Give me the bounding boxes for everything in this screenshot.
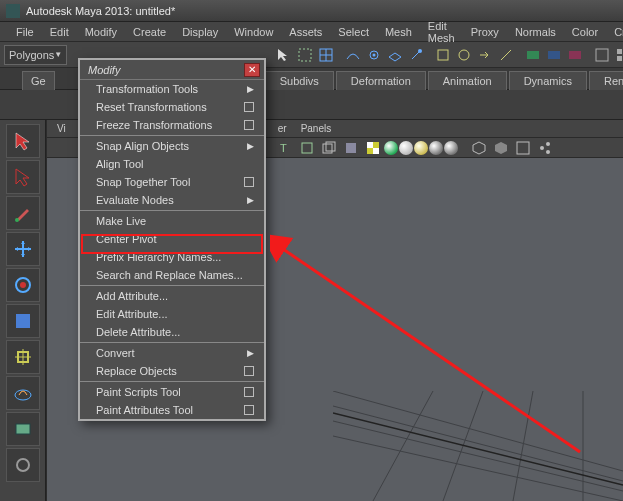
menu-edit[interactable]: Edit [42,24,77,40]
vp-btn[interactable] [512,137,533,158]
menu-mesh[interactable]: Mesh [377,24,420,40]
vp-btn[interactable] [468,137,489,158]
arrow-icon [12,130,34,152]
option-box-icon[interactable] [244,366,254,376]
vp-btn[interactable] [490,137,511,158]
tool-btn[interactable] [432,44,453,65]
material-sphere-icon[interactable] [429,141,443,155]
menu-item[interactable]: Convert▶ [80,344,264,362]
menu-normals[interactable]: Normals [507,24,564,40]
vp-btn[interactable]: T [274,137,295,158]
menu-item[interactable]: Delete Attribute... [80,323,264,341]
menu-item-label: Reset Transformations [96,101,207,113]
box-icon [299,140,315,156]
soft-mod-tool[interactable] [6,376,40,410]
menu-item[interactable]: Edit Attribute... [80,305,264,323]
menu-item[interactable]: Add Attribute... [80,287,264,305]
tool-btn[interactable] [495,44,516,65]
vp-menu-panels[interactable]: Panels [295,122,338,135]
menu-edit-mesh[interactable]: Edit Mesh [420,18,463,46]
shelf-tab-rendering[interactable]: Render [589,71,623,90]
vp-btn[interactable] [340,137,361,158]
menu-item[interactable]: Freeze Transformations [80,116,264,134]
lasso-tool[interactable] [6,160,40,194]
tool-btn[interactable] [405,44,426,65]
tool-btn[interactable] [591,44,612,65]
tool-btn[interactable] [474,44,495,65]
svg-rect-9 [527,51,539,59]
tool-btn[interactable] [612,44,623,65]
option-box-icon[interactable] [244,405,254,415]
mode-dropdown[interactable]: Polygons ▼ [4,45,67,65]
menu-item[interactable]: Align Tool [80,155,264,173]
vp-menu[interactable]: er [272,122,293,135]
menu-item[interactable]: Center Pivot [80,230,264,248]
menu-item[interactable]: Snap Together Tool [80,173,264,191]
shelf-tab-animation[interactable]: Animation [428,71,507,90]
scale-tool[interactable] [6,304,40,338]
tool-btn[interactable] [453,44,474,65]
tool-btn[interactable] [342,44,363,65]
material-sphere-icon[interactable] [444,141,458,155]
tool-btn[interactable] [564,44,585,65]
show-manip-tool[interactable] [6,412,40,446]
option-box-icon[interactable] [244,102,254,112]
move-tool[interactable] [6,232,40,266]
menu-item[interactable]: Paint Attributes Tool [80,401,264,419]
vp-btn[interactable] [534,137,555,158]
menu-item[interactable]: Paint Scripts Tool [80,383,264,401]
tool-btn[interactable] [363,44,384,65]
wire-cube-icon [321,140,337,156]
tool-btn[interactable] [543,44,564,65]
vp-btn[interactable] [362,137,383,158]
menu-assets[interactable]: Assets [281,24,330,40]
material-sphere-icon[interactable] [399,141,413,155]
last-tool[interactable] [6,448,40,482]
menu-select[interactable]: Select [330,24,377,40]
paint-select-tool[interactable] [6,196,40,230]
menu-item[interactable]: Evaluate Nodes▶ [80,191,264,209]
shelf-tab[interactable]: Ge [22,71,55,90]
scale-icon [12,310,34,332]
menu-item-label: Delete Attribute... [96,326,180,338]
menu-color[interactable]: Color [564,24,606,40]
tool-btn[interactable] [315,44,336,65]
tool-btn[interactable] [273,44,294,65]
menu-item[interactable]: Reset Transformations [80,98,264,116]
submenu-arrow-icon: ▶ [247,141,254,151]
material-sphere-icon[interactable] [384,141,398,155]
menu-modify[interactable]: Modify [77,24,125,40]
menu-proxy[interactable]: Proxy [463,24,507,40]
option-box-icon[interactable] [244,387,254,397]
rotate-tool[interactable] [6,268,40,302]
menu-item[interactable]: Replace Objects [80,362,264,380]
menu-truncated[interactable]: Crea [606,24,623,40]
tool-btn[interactable] [522,44,543,65]
vp-btn[interactable] [318,137,339,158]
shelf-tab-subdivs[interactable]: Subdivs [265,71,334,90]
close-icon[interactable]: ✕ [244,63,260,77]
manip-tool[interactable] [6,340,40,374]
tool-btn[interactable] [384,44,405,65]
material-sphere-icon[interactable] [414,141,428,155]
vp-menu[interactable]: Vi [51,122,72,135]
menu-item[interactable]: Snap Align Objects▶ [80,137,264,155]
menu-create[interactable]: Create [125,24,174,40]
menu-item[interactable]: Make Live [80,212,264,230]
menu-file[interactable]: File [8,24,42,40]
select-tool[interactable] [6,124,40,158]
vp-btn[interactable] [296,137,317,158]
tool-btn[interactable] [294,44,315,65]
svg-line-44 [373,391,433,501]
option-box-icon[interactable] [244,177,254,187]
menu-item[interactable]: Search and Replace Names... [80,266,264,284]
shelf-tab-deformation[interactable]: Deformation [336,71,426,90]
shelf-tab-dynamics[interactable]: Dynamics [509,71,587,90]
option-box-icon[interactable] [244,120,254,130]
menu-item[interactable]: Prefix Hierarchy Names... [80,248,264,266]
menu-display[interactable]: Display [174,24,226,40]
menu-window[interactable]: Window [226,24,281,40]
menu-item[interactable]: Transformation Tools▶ [80,80,264,98]
svg-line-48 [333,413,623,485]
svg-point-26 [17,459,29,471]
